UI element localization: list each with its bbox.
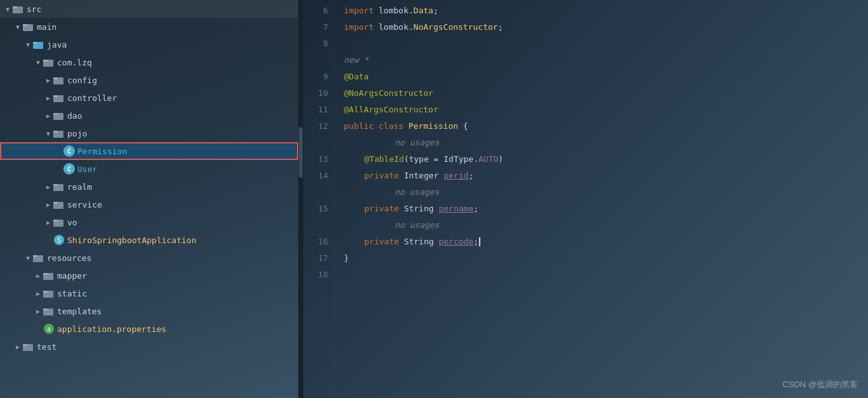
tree-item-vo[interactable]: vo [0, 213, 298, 231]
tree-item-test[interactable]: test [0, 338, 298, 355]
arrow-dao [43, 112, 53, 119]
token: @TableId [364, 151, 404, 168]
svg-rect-1 [13, 6, 17, 8]
tree-item-shiro-app[interactable]: S ShiroSpringbootApplication [0, 231, 298, 249]
code-line-16: private String percode; [344, 234, 868, 250]
token: new * [344, 52, 369, 69]
token: String [404, 234, 439, 250]
tree-item-service[interactable]: service [0, 196, 298, 213]
java-class-icon-user: C [63, 163, 75, 175]
token: import [344, 3, 379, 19]
tree-item-permission[interactable]: C Permission [0, 142, 298, 160]
tree-item-main[interactable]: main [0, 18, 298, 36]
spring-icon: S [53, 234, 65, 246]
token: . [409, 19, 414, 36]
tree-item-pojo[interactable]: pojo [0, 124, 298, 142]
tree-label-src: src [27, 4, 41, 14]
svg-rect-27 [43, 273, 48, 275]
token: lombok [379, 19, 409, 36]
tree-item-com-lzq[interactable]: com.lzq [0, 53, 298, 71]
svg-rect-25 [33, 255, 37, 257]
tree-item-static[interactable]: static [0, 284, 298, 302]
code-line-no-usages-3: no usages [344, 217, 868, 234]
tree-label-templates: templates [57, 307, 102, 316]
folder-icon-dao [53, 111, 65, 120]
svg-rect-11 [53, 95, 58, 97]
code-line-7: import lombok.NoArgsConstructor; [344, 19, 868, 36]
svg-rect-7 [43, 60, 48, 62]
tree-item-realm[interactable]: realm [0, 178, 298, 196]
token: { [458, 118, 468, 135]
svg-rect-29 [43, 291, 48, 293]
tree-item-templates[interactable]: templates [0, 302, 298, 320]
token: public [344, 118, 379, 135]
token: Data [414, 3, 433, 19]
token: no usages [395, 184, 439, 201]
tree-item-mapper[interactable]: mapper [0, 267, 298, 284]
file-tree-sidebar[interactable]: src main java com.lzq [0, 0, 298, 398]
svg-rect-3 [23, 24, 27, 26]
token: class [379, 118, 409, 135]
token: Integer [404, 168, 444, 184]
tree-item-src[interactable]: src [0, 0, 298, 18]
token: private [364, 201, 404, 217]
tree-label-permission: Permission [77, 147, 127, 156]
line-numbers: 6 7 8 9 10 11 12 13 14 15 16 17 18 [303, 0, 334, 398]
tree-label-service: service [67, 200, 102, 209]
code-line-11: @AllArgsConstructor [344, 102, 868, 118]
token: ; [473, 234, 478, 250]
java-class-icon-permission: C [63, 145, 75, 157]
folder-icon-vo [53, 218, 65, 227]
folder-icon-static [43, 289, 55, 298]
tree-item-dao[interactable]: dao [0, 107, 298, 124]
svg-rect-15 [53, 131, 58, 133]
token: pername [438, 201, 473, 217]
tree-item-resources[interactable]: resources [0, 249, 298, 267]
arrow-com-lzq [33, 59, 43, 66]
tree-label-realm: realm [67, 182, 92, 192]
tree-item-java[interactable]: java [0, 36, 298, 53]
csdn-watermark: CSDN @低调的黑客 [782, 379, 858, 390]
tree-label-static: static [57, 289, 87, 298]
token: ; [433, 3, 438, 19]
folder-icon-templates [43, 307, 55, 315]
scrollbar-thumb[interactable] [299, 127, 303, 178]
properties-icon: a [43, 323, 55, 335]
folder-icon-com-lzq [43, 58, 55, 67]
folder-icon-mapper [43, 271, 55, 280]
code-line-13: @TableId(type = IdType.AUTO) [344, 151, 868, 168]
code-line-new: new * [344, 52, 868, 69]
tree-label-controller: controller [67, 93, 117, 103]
token: ) [498, 151, 503, 168]
arrow-mapper [33, 272, 43, 279]
folder-icon-java [33, 40, 44, 49]
token: import [344, 19, 379, 36]
token: no usages [395, 135, 439, 151]
svg-rect-17 [53, 184, 58, 186]
tree-label-resources: resources [47, 253, 91, 263]
arrow-service [43, 201, 53, 208]
folder-icon-pojo [53, 129, 65, 138]
folder-icon-test [23, 342, 34, 351]
sidebar-scrollbar[interactable] [298, 0, 303, 398]
arrow-static [33, 290, 43, 297]
token: private [364, 168, 404, 184]
tree-label-mapper: mapper [57, 271, 87, 281]
tree-label-main: main [37, 22, 56, 32]
svg-rect-21 [53, 220, 58, 222]
token: @AllArgsConstructor [344, 102, 438, 118]
folder-icon-src [13, 4, 24, 13]
code-line-9: @Data [344, 69, 868, 85]
code-line-8 [344, 36, 868, 52]
tree-item-user[interactable]: C User [0, 160, 298, 178]
tree-item-application-properties[interactable]: a application.properties [0, 320, 298, 338]
folder-icon-controller [53, 93, 65, 102]
tree-item-config[interactable]: config [0, 71, 298, 89]
token: private [364, 234, 404, 250]
tree-label-config: config [67, 76, 97, 85]
folder-icon-service [53, 200, 65, 209]
arrow-test [13, 343, 23, 350]
tree-item-controller[interactable]: controller [0, 89, 298, 107]
arrow-realm [43, 183, 53, 190]
code-content: import lombok.Data; import lombok.NoArgs… [334, 0, 868, 398]
